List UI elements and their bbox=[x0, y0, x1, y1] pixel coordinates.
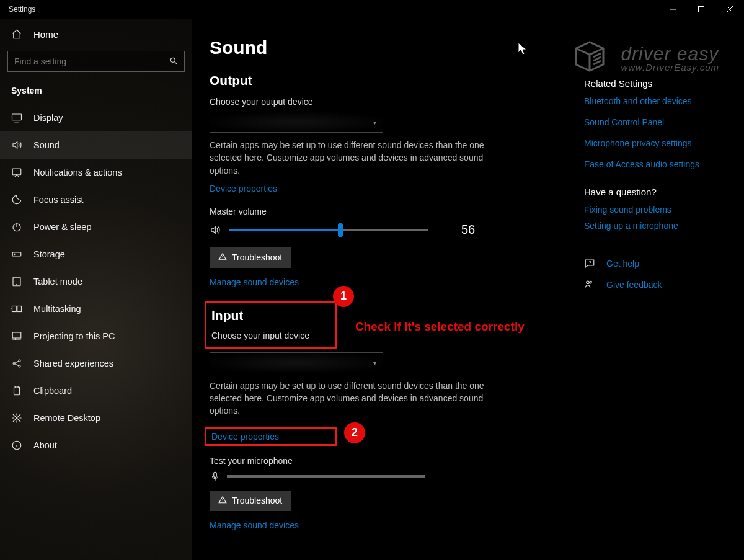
feedback-icon bbox=[584, 279, 595, 290]
watermark-url: www.DriverEasy.com bbox=[621, 62, 719, 73]
search-input[interactable] bbox=[14, 56, 169, 66]
search-icon bbox=[169, 56, 178, 67]
nav-item-label: Sound bbox=[33, 140, 60, 150]
window-title: Settings bbox=[9, 5, 35, 14]
svg-rect-6 bbox=[12, 114, 22, 120]
related-link-sound-control-panel[interactable]: Sound Control Panel bbox=[584, 117, 727, 127]
power-icon bbox=[11, 221, 22, 233]
display-icon bbox=[11, 112, 22, 123]
notifications-icon bbox=[11, 167, 22, 178]
chevron-down-icon: ▾ bbox=[373, 119, 376, 126]
sidebar-item-about[interactable]: About bbox=[0, 432, 192, 459]
watermark-logo-icon bbox=[570, 40, 609, 76]
chevron-down-icon: ▾ bbox=[373, 359, 376, 366]
speaker-icon[interactable] bbox=[210, 224, 221, 236]
nav-list: Display Sound Notifications & actions Fo… bbox=[0, 104, 192, 459]
about-icon bbox=[11, 440, 22, 451]
svg-point-22 bbox=[19, 365, 20, 367]
sidebar-home-label: Home bbox=[33, 29, 58, 40]
annotation-box-2: Device properties bbox=[205, 427, 337, 446]
svg-line-38 bbox=[593, 53, 601, 57]
input-manage-devices-link[interactable]: Manage sound devices bbox=[210, 520, 299, 530]
output-device-properties-link[interactable]: Device properties bbox=[210, 184, 277, 193]
search-input-wrap[interactable] bbox=[7, 51, 185, 72]
annotation-number-1: 1 bbox=[333, 286, 354, 307]
give-feedback-link[interactable]: Give feedback bbox=[584, 279, 727, 290]
question-link-setup-microphone[interactable]: Setting up a microphone bbox=[584, 221, 727, 231]
sidebar-item-storage[interactable]: Storage bbox=[0, 241, 192, 268]
help-icon: ? bbox=[584, 258, 595, 269]
related-link-microphone-privacy[interactable]: Microphone privacy settings bbox=[584, 138, 727, 148]
related-link-bluetooth[interactable]: Bluetooth and other devices bbox=[584, 96, 727, 106]
sidebar-item-multitasking[interactable]: Multitasking bbox=[0, 295, 192, 322]
sidebar-item-sound[interactable]: Sound bbox=[0, 131, 192, 159]
svg-rect-15 bbox=[12, 306, 17, 312]
svg-point-4 bbox=[170, 58, 175, 62]
test-microphone-label: Test your microphone bbox=[210, 456, 557, 466]
nav-item-label: Multitasking bbox=[33, 304, 81, 314]
close-button[interactable] bbox=[715, 0, 744, 19]
microphone-icon bbox=[210, 471, 221, 482]
master-volume-value: 56 bbox=[461, 223, 475, 237]
output-device-dropdown[interactable]: ▾ bbox=[210, 112, 383, 133]
sidebar-item-clipboard[interactable]: Clipboard bbox=[0, 377, 192, 404]
question-heading: Have a question? bbox=[584, 187, 727, 197]
button-label: Troubleshoot bbox=[232, 252, 282, 262]
sidebar-item-notifications[interactable]: Notifications & actions bbox=[0, 159, 192, 186]
svg-point-20 bbox=[13, 363, 15, 365]
input-troubleshoot-button[interactable]: Troubleshoot bbox=[210, 491, 291, 511]
annotation-number-2: 2 bbox=[344, 422, 365, 443]
maximize-button[interactable] bbox=[687, 0, 715, 19]
microphone-level-bar bbox=[227, 475, 425, 478]
svg-line-5 bbox=[175, 61, 177, 64]
window-controls bbox=[658, 0, 744, 19]
question-link-fixing-sound[interactable]: Fixing sound problems bbox=[584, 205, 727, 215]
svg-point-12 bbox=[14, 254, 16, 255]
related-link-ease-of-access-audio[interactable]: Ease of Access audio settings bbox=[584, 159, 727, 169]
nav-item-label: Display bbox=[33, 113, 63, 123]
sidebar-item-focus-assist[interactable]: Focus assist bbox=[0, 186, 192, 213]
button-label: Troubleshoot bbox=[232, 496, 282, 505]
projecting-icon bbox=[11, 331, 22, 342]
output-troubleshoot-button[interactable]: Troubleshoot bbox=[210, 247, 291, 268]
related-settings-heading: Related Settings bbox=[584, 78, 727, 89]
sidebar-item-display[interactable]: Display bbox=[0, 104, 192, 131]
output-choose-label: Choose your output device bbox=[210, 97, 557, 107]
multitasking-icon bbox=[11, 303, 22, 314]
warning-icon bbox=[218, 252, 227, 263]
nav-item-label: Remote Desktop bbox=[33, 413, 100, 423]
sidebar-item-power-sleep[interactable]: Power & sleep bbox=[0, 213, 192, 241]
nav-item-label: Clipboard bbox=[33, 386, 72, 396]
nav-item-label: Projecting to this PC bbox=[33, 331, 115, 341]
output-manage-devices-link[interactable]: Manage sound devices bbox=[210, 277, 299, 287]
give-feedback-label: Give feedback bbox=[606, 280, 662, 290]
master-volume-slider[interactable] bbox=[229, 223, 428, 238]
svg-line-24 bbox=[15, 364, 19, 366]
remote-desktop-icon bbox=[11, 412, 22, 424]
sidebar-home-button[interactable]: Home bbox=[0, 22, 192, 46]
sound-icon bbox=[11, 140, 22, 151]
svg-rect-32 bbox=[214, 472, 217, 477]
input-choose-label: Choose your input device bbox=[211, 331, 330, 340]
home-icon bbox=[11, 29, 22, 40]
input-device-dropdown[interactable]: ▾ bbox=[210, 352, 383, 373]
mouse-cursor-icon bbox=[518, 42, 528, 58]
svg-point-37 bbox=[587, 281, 590, 284]
sidebar: Home System Display Sound bbox=[0, 19, 192, 560]
sidebar-item-tablet-mode[interactable]: Tablet mode bbox=[0, 268, 192, 295]
nav-item-label: Notifications & actions bbox=[33, 167, 122, 177]
nav-item-label: Storage bbox=[33, 249, 65, 259]
sidebar-item-shared-experiences[interactable]: Shared experiences bbox=[0, 350, 192, 377]
titlebar: Settings bbox=[0, 0, 744, 19]
input-device-properties-link[interactable]: Device properties bbox=[211, 432, 279, 442]
svg-rect-1 bbox=[699, 7, 704, 12]
master-volume-label: Master volume bbox=[210, 207, 557, 216]
minimize-button[interactable] bbox=[658, 0, 687, 19]
watermark-title: driver easy bbox=[621, 43, 719, 64]
sidebar-item-projecting[interactable]: Projecting to this PC bbox=[0, 322, 192, 350]
page-title: Sound bbox=[210, 37, 557, 58]
focus-assist-icon bbox=[11, 194, 22, 205]
nav-item-label: Power & sleep bbox=[33, 222, 92, 232]
get-help-link[interactable]: ? Get help bbox=[584, 258, 727, 269]
sidebar-item-remote-desktop[interactable]: Remote Desktop bbox=[0, 404, 192, 432]
